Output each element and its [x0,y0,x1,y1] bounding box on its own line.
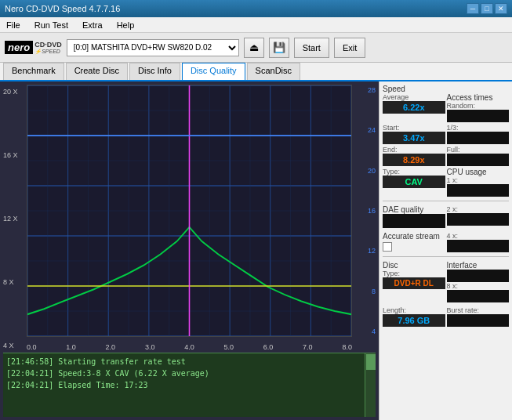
x-label-8: 8.0 [342,343,352,351]
divider-1 [383,201,509,201]
dae-label: DAE quality [383,205,445,214]
tab-disc-quality[interactable]: Disc Quality [182,63,245,80]
one-third-label: 1/3: [447,124,510,132]
type-value: CAV [383,176,445,188]
cpu-8x-value [447,290,510,302]
speed-section: Speed Average 6.22x Access times Random:… [383,85,509,197]
cpu-4x-value [447,240,510,252]
tab-scan-disc[interactable]: ScanDisc [247,63,300,80]
tab-benchmark[interactable]: Benchmark [3,63,64,80]
x-label-0: 0.0 [27,343,37,351]
length-group: Length: 7.96 GB [383,306,445,327]
interface-value [447,270,510,282]
menu-file[interactable]: File [3,19,24,31]
y-axis-label-4: 4 X [3,342,27,349]
dae-group: DAE quality [383,205,445,228]
scrollbar-thumb[interactable] [366,354,376,370]
cpu-4x-group: 4 x: [447,232,510,252]
x-label-6: 6.0 [263,343,274,351]
length-label: Length: [383,306,445,314]
log-line-3: [22:04:21] Elapsed Time: 17:23 [6,379,361,391]
cpu-section: CPU usage 1 x: [447,168,510,197]
menu-run-test[interactable]: Run Test [31,19,71,31]
app-title: Nero CD-DVD Speed 4.7.7.16 [5,4,120,13]
cpu-1x-value [447,184,510,197]
disc-type-label: Type: [383,270,445,277]
save-button[interactable]: 💾 [269,38,289,58]
chart-plot-area [27,85,352,337]
nero-logo-text: nero [5,41,33,54]
nero-product-name: CD·DVD [34,42,62,49]
y-right-4: 4 [354,328,376,335]
y-axis-label-8: 8 X [3,278,27,286]
burst-group: Burst rate: [447,306,510,327]
end-value: 8.29x [383,154,445,166]
type-group: Type: CAV [383,168,445,197]
divider-2 [383,256,509,257]
maximize-button[interactable]: □ [481,3,493,14]
access-times-group: Access times Random: [447,93,510,122]
x-label-4: 4.0 [184,343,194,351]
tab-bar: Benchmark Create Disc Disc Info Disc Qua… [0,63,512,81]
menu-extra[interactable]: Extra [79,19,106,31]
accurate-cpu-row: Accurate stream 4 x: [383,232,509,252]
tab-disc-info[interactable]: Disc Info [129,63,180,80]
y-axis-label-12: 12 X [3,215,27,223]
y-right-16: 16 [354,207,376,215]
speed-label: Speed [383,85,509,93]
y-right-12: 12 [354,247,376,255]
type-label: Type: [383,168,445,176]
average-label: Average [383,93,445,101]
drive-select[interactable]: [0:0] MATSHITA DVD+RW SW820 D.02 [67,39,239,56]
main-content: 20 X 16 X 12 X 8 X 4 X [0,81,512,420]
disc-type-value: DVD+R DL [383,277,445,289]
accurate-stream-label: Accurate stream [383,232,445,241]
start-label: Start: [383,124,445,132]
title-bar: Nero CD-DVD Speed 4.7.7.16 ─ □ ✕ [0,0,512,17]
length-value: 7.96 GB [383,314,445,327]
burst-label: Burst rate: [447,306,510,314]
full-value [447,154,510,166]
length-burst-row: Length: 7.96 GB Burst rate: [383,306,509,327]
access-times-label: Access times [447,93,510,102]
one-third-group: 1/3: [447,124,510,144]
nero-logo: nero CD·DVD ⚡SPEED [5,41,62,54]
end-group: End: 8.29x [383,146,445,166]
full-label: Full: [447,146,510,154]
accurate-stream-group: Accurate stream [383,232,445,252]
exit-button[interactable]: Exit [334,38,365,58]
x-label-5: 5.0 [223,343,234,351]
log-scrollbar[interactable] [365,353,376,417]
start-group: Start: 3.47x [383,124,445,144]
log-line-1: [21:46:58] Starting transfer rate test [6,356,361,368]
interface-group: Interface 8 x: [447,261,510,302]
tab-create-disc[interactable]: Create Disc [66,63,128,80]
menu-bar: File Run Test Extra Help [0,17,512,33]
accurate-checkbox-row [383,242,445,252]
y-right-20: 20 [354,167,376,175]
menu-help[interactable]: Help [114,19,138,31]
dae-cpu-row: DAE quality 2 x: [383,205,509,228]
window-controls: ─ □ ✕ [467,3,507,14]
right-panel: Speed Average 6.22x Access times Random:… [379,81,512,420]
end-label: End: [383,146,445,154]
random-label: Random: [447,102,510,110]
burst-value [447,314,510,327]
cpu-8x-label: 8 x: [447,282,510,290]
random-value [447,110,510,122]
cpu-2x-group: 2 x: [447,205,510,228]
y-axis-label-20: 20 X [3,88,27,96]
one-third-value [447,132,510,144]
close-button[interactable]: ✕ [495,3,507,14]
chart-svg [27,85,351,336]
start-button[interactable]: Start [294,38,329,58]
x-label-3: 3.0 [145,343,155,351]
accurate-stream-checkbox[interactable] [383,242,392,252]
minimize-button[interactable]: ─ [467,3,479,14]
x-label-7: 7.0 [303,343,313,351]
disc-interface-row: Disc Type: DVD+R DL Interface 8 x: [383,261,509,302]
interface-label: Interface [447,261,510,270]
dae-value [383,214,445,228]
toolbar: nero CD·DVD ⚡SPEED [0:0] MATSHITA DVD+RW… [0,33,512,63]
eject-button[interactable]: ⏏ [244,38,264,58]
